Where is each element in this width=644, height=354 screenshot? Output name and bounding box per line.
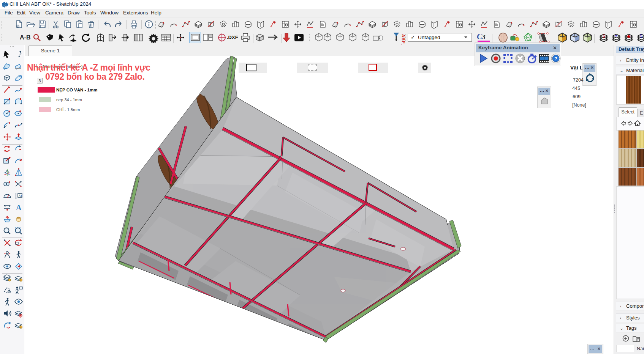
svg-text:5: 5	[640, 34, 642, 38]
svg-text:≡: ≡	[615, 34, 617, 38]
svg-text:?: ?	[554, 56, 557, 61]
svg-text:A1: A1	[19, 194, 22, 197]
svg-text:◆: ◆	[627, 34, 631, 38]
svg-text:A: A	[16, 203, 22, 212]
svg-text:5: 5	[603, 34, 605, 38]
